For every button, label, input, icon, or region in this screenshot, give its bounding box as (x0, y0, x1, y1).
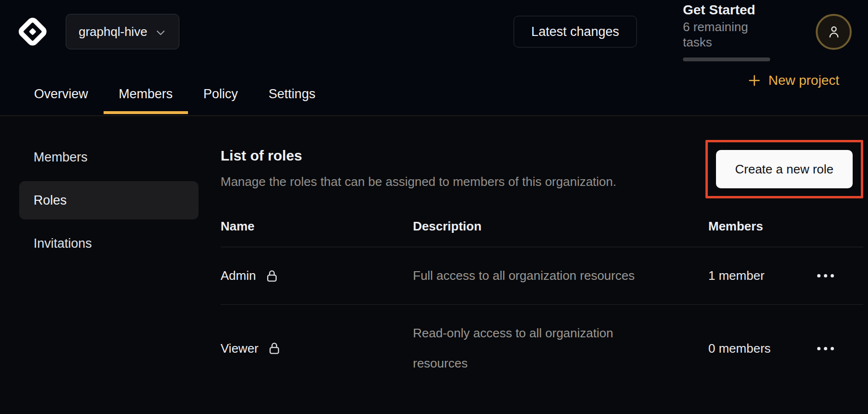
lock-icon (267, 341, 282, 356)
role-actions-cell (816, 342, 863, 355)
roles-panel-heading-text: List of roles Manage the roles that can … (221, 140, 616, 189)
annotation-highlight-box: Create a new role (705, 140, 863, 198)
role-member-count: 0 members (708, 334, 816, 364)
tab-overview[interactable]: Overview (19, 63, 104, 115)
ellipsis-icon (817, 274, 821, 277)
top-header: graphql-hive Latest changes Get Started … (0, 0, 868, 116)
role-name-cell: Viewer (221, 334, 413, 364)
header-row: graphql-hive Latest changes Get Started … (0, 0, 868, 63)
organization-selector[interactable]: graphql-hive (66, 14, 179, 49)
tab-settings[interactable]: Settings (253, 63, 331, 115)
create-role-button[interactable]: Create a new role (716, 150, 853, 188)
page-subtitle: Manage the roles that can be assigned to… (221, 174, 616, 189)
ellipsis-icon (817, 347, 821, 350)
column-header-description: Description (413, 219, 708, 234)
lock-icon (265, 269, 279, 283)
app-root: graphql-hive Latest changes Get Started … (0, 0, 868, 414)
table-row-viewer: Viewer Read-only access to all organizat… (221, 305, 863, 392)
user-icon (826, 24, 842, 39)
sidebar-item-members[interactable]: Members (19, 138, 199, 176)
roles-table: Name Description Members Admin Full acce… (221, 219, 863, 392)
tab-policy[interactable]: Policy (188, 63, 253, 115)
role-name: Admin (221, 261, 256, 291)
org-tab-bar: Overview Members Policy Settings New pro… (0, 63, 868, 115)
sidebar-item-invitations[interactable]: Invitations (19, 224, 199, 263)
content-area: Members Roles Invitations List of roles … (0, 116, 868, 414)
get-started-remaining-tasks: 6 remaining tasks (683, 19, 770, 50)
roles-panel-header: List of roles Manage the roles that can … (221, 140, 863, 198)
plus-icon (747, 73, 762, 88)
roles-panel: List of roles Manage the roles that can … (221, 116, 868, 414)
get-started-widget[interactable]: Get Started 6 remaining tasks (683, 2, 770, 61)
organization-name: graphql-hive (79, 24, 147, 39)
get-started-progress-bar (683, 58, 770, 61)
hive-logo-icon (17, 16, 48, 47)
role-name: Viewer (221, 334, 258, 364)
role-description: Full access to all organization resource… (413, 261, 708, 291)
role-member-count: 1 member (708, 261, 816, 291)
column-header-members: Members (708, 219, 816, 234)
table-row-admin: Admin Full access to all organization re… (221, 247, 863, 305)
sidebar-item-roles[interactable]: Roles (19, 181, 199, 219)
new-project-label: New project (768, 73, 839, 88)
new-project-button[interactable]: New project (747, 70, 839, 91)
role-description: Read-only access to all organization res… (413, 318, 708, 379)
role-name-cell: Admin (221, 261, 413, 291)
members-sidebar: Members Roles Invitations (0, 116, 221, 414)
user-avatar[interactable] (816, 14, 852, 50)
roles-table-header: Name Description Members (221, 219, 863, 247)
column-header-name: Name (221, 219, 413, 234)
chevron-down-icon (155, 27, 166, 38)
row-menu-button[interactable] (816, 342, 835, 355)
page-title: List of roles (221, 148, 616, 164)
tab-members[interactable]: Members (104, 63, 188, 115)
get-started-title: Get Started (683, 2, 770, 18)
latest-changes-button[interactable]: Latest changes (514, 16, 637, 47)
row-menu-button[interactable] (816, 269, 835, 282)
role-actions-cell (816, 269, 863, 282)
